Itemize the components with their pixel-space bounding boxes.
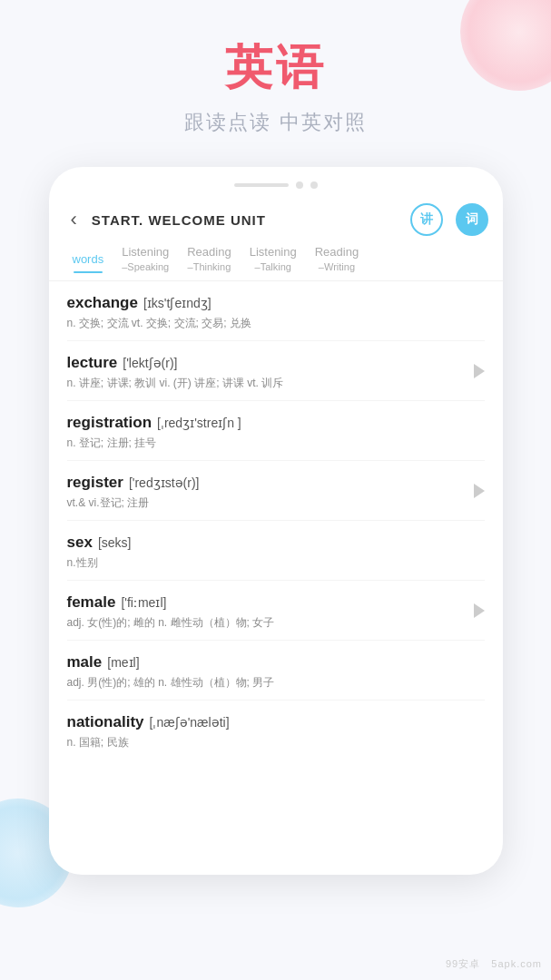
word-header: female['fiːmeɪl]	[67, 593, 485, 612]
word-button[interactable]: 词	[456, 203, 488, 236]
tab-reading-writing[interactable]: Reading –Writing	[306, 245, 368, 280]
word-entry[interactable]: male[meɪl]adj. 男(性)的; 雄的 n. 雄性动（植）物; 男子	[67, 641, 485, 701]
speak-button[interactable]: 讲	[410, 203, 443, 236]
tab-rt-main: Reading	[187, 245, 231, 260]
back-button[interactable]: ‹	[64, 204, 84, 235]
word-definition: n.性别	[67, 554, 485, 571]
word-text: nationality	[67, 713, 144, 731]
tab-bar: words Listening –Speaking Reading –Think…	[49, 240, 503, 281]
phone-mockup: ‹ START. WELCOME UNIT 讲 词 words Listenin…	[49, 167, 503, 875]
tab-rt-sub: –Thinking	[188, 260, 231, 273]
word-text: register	[67, 474, 123, 492]
watermark: 99安卓 5apk.com	[446, 957, 542, 971]
word-phonetic: [seks]	[98, 535, 132, 550]
word-entry[interactable]: nationality[ˌnæʃə'næləti]n. 国籍; 民族	[67, 701, 485, 760]
tab-lt-sub: –Talking	[255, 260, 291, 273]
tab-words-label: words	[73, 252, 104, 268]
play-audio-icon[interactable]	[474, 484, 485, 498]
word-phonetic: [ˌredʒɪ'streɪʃn ]	[157, 416, 241, 430]
word-header: register['redʒɪstə(r)]	[67, 474, 485, 492]
app-title: 英语	[0, 36, 551, 100]
word-phonetic: [ˌnæʃə'næləti]	[150, 715, 230, 730]
word-entry[interactable]: female['fiːmeɪl]adj. 女(性)的; 雌的 n. 雌性动（植）…	[67, 581, 485, 641]
word-text: registration	[67, 414, 153, 432]
play-audio-icon[interactable]	[474, 603, 485, 618]
word-entry[interactable]: registration[ˌredʒɪ'streɪʃn ]n. 登记; 注册; …	[67, 401, 485, 461]
nav-title: START. WELCOME UNIT	[92, 212, 398, 228]
tab-reading-thinking[interactable]: Reading –Thinking	[178, 245, 240, 280]
header: 英语 跟读点读 中英对照	[0, 0, 551, 145]
word-text: lecture	[67, 354, 118, 372]
word-phonetic: ['fiːmeɪl]	[121, 595, 166, 610]
phone-topbar-dot-2	[310, 181, 318, 189]
tab-listening-speaking[interactable]: Listening –Speaking	[113, 245, 178, 280]
tab-listening-talking[interactable]: Listening –Talking	[241, 245, 306, 280]
word-definition: n. 交换; 交流 vt. 交换; 交流; 交易; 兑换	[67, 315, 485, 331]
word-header: registration[ˌredʒɪ'streɪʃn ]	[67, 414, 485, 432]
phone-topbar-line	[234, 183, 289, 187]
word-definition: adj. 男(性)的; 雄的 n. 雄性动（植）物; 男子	[67, 674, 485, 691]
phone-topbar	[49, 167, 503, 196]
word-header: nationality[ˌnæʃə'næləti]	[67, 713, 485, 731]
word-header: sex[seks]	[67, 534, 485, 552]
word-entry[interactable]: lecture['lektʃə(r)]n. 讲座; 讲课; 教训 vi. (开)…	[67, 341, 485, 401]
word-phonetic: ['redʒɪstə(r)]	[129, 475, 200, 490]
tab-ls-main: Listening	[122, 245, 169, 260]
word-text: sex	[67, 534, 93, 552]
word-header: lecture['lektʃə(r)]	[67, 354, 485, 372]
word-list: exchange[ɪks'tʃeɪndʒ]n. 交换; 交流 vt. 交换; 交…	[49, 281, 503, 760]
phone-topbar-dot-1	[296, 181, 303, 189]
tab-rw-main: Reading	[315, 245, 359, 260]
play-audio-icon[interactable]	[474, 364, 485, 378]
word-definition: adj. 女(性)的; 雌的 n. 雌性动（植）物; 女子	[67, 614, 485, 631]
word-text: exchange	[67, 294, 138, 312]
word-definition: n. 讲座; 讲课; 教训 vi. (开) 讲座; 讲课 vt. 训斥	[67, 375, 485, 391]
nav-bar: ‹ START. WELCOME UNIT 讲 词	[49, 196, 503, 240]
word-definition: vt.& vi.登记; 注册	[67, 495, 485, 511]
word-entry[interactable]: register['redʒɪstə(r)]vt.& vi.登记; 注册	[67, 461, 485, 521]
tab-ls-sub: –Speaking	[122, 260, 169, 273]
word-phonetic: ['lektʃə(r)]	[123, 356, 177, 370]
tab-words[interactable]: words	[64, 252, 113, 280]
tab-words-underline	[74, 271, 103, 273]
watermark-text: 99安卓 5apk.com	[446, 958, 542, 969]
word-entry[interactable]: sex[seks]n.性别	[67, 521, 485, 581]
tab-rw-sub: –Writing	[319, 260, 355, 273]
word-entry[interactable]: exchange[ɪks'tʃeɪndʒ]n. 交换; 交流 vt. 交换; 交…	[67, 281, 485, 341]
word-phonetic: [ɪks'tʃeɪndʒ]	[143, 296, 212, 310]
word-header: male[meɪl]	[67, 653, 485, 671]
word-header: exchange[ɪks'tʃeɪndʒ]	[67, 294, 485, 312]
word-definition: n. 登记; 注册; 挂号	[67, 435, 485, 451]
word-text: female	[67, 593, 116, 612]
word-definition: n. 国籍; 民族	[67, 734, 485, 750]
word-text: male	[67, 653, 103, 671]
app-subtitle: 跟读点读 中英对照	[0, 109, 551, 136]
tab-lt-main: Listening	[250, 245, 297, 260]
word-phonetic: [meɪl]	[107, 655, 139, 670]
